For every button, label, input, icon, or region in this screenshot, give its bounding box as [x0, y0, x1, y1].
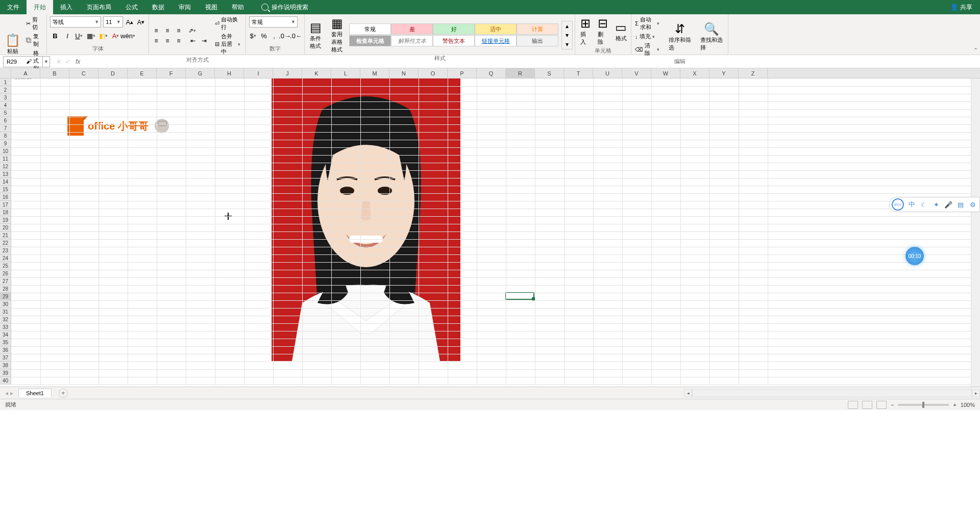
col-header-T[interactable]: T [564, 68, 593, 78]
moon-icon[interactable]: ☾ [919, 200, 928, 209]
collapse-ribbon-button[interactable]: ⌃ [973, 47, 978, 54]
scroll-track[interactable] [692, 389, 972, 397]
style-cell[interactable]: 链接单元格 [475, 35, 517, 46]
zoom-level[interactable]: 100% [961, 402, 975, 408]
col-header-I[interactable]: I [244, 68, 273, 78]
bold-button[interactable]: B [50, 31, 60, 41]
cancel-formula-icon[interactable]: ✕ [56, 58, 61, 65]
row-header-37[interactable]: 37 [0, 354, 11, 362]
row-header-38[interactable]: 38 [0, 362, 11, 369]
col-header-C[interactable]: C [69, 68, 99, 78]
col-header-D[interactable]: D [99, 68, 128, 78]
col-header-H[interactable]: H [215, 68, 244, 78]
share-button[interactable]: 👤 共享 [950, 3, 972, 12]
gallery-up-button[interactable]: ▴ [562, 21, 572, 31]
format-cells-button[interactable]: ▭格式 [612, 19, 630, 43]
phonetic-button[interactable]: wén▾ [124, 31, 134, 41]
align-middle-button[interactable]: ≡ [162, 26, 173, 35]
decrease-decimal-button[interactable]: .0← [291, 31, 301, 41]
row-header-30[interactable]: 30 [0, 300, 11, 308]
tab-insert[interactable]: 插入 [53, 0, 80, 14]
comma-button[interactable]: , [270, 31, 279, 41]
percent-button[interactable]: % [259, 31, 268, 41]
fx-icon[interactable]: fx [76, 58, 80, 65]
tab-review[interactable]: 审阅 [172, 0, 198, 14]
col-header-S[interactable]: S [535, 68, 564, 78]
row-header-4[interactable]: 4 [0, 101, 11, 109]
style-cell[interactable]: 检查单元格 [349, 35, 391, 46]
cut-button[interactable]: ✂剪切 [24, 15, 44, 32]
select-all-corner[interactable] [0, 68, 11, 78]
tab-home[interactable]: 开始 [27, 0, 53, 14]
cells-area[interactable]: office 小哥哥 [11, 79, 980, 384]
row-header-15[interactable]: 15 [0, 186, 11, 193]
col-header-M[interactable]: M [360, 68, 389, 78]
row-header-18[interactable]: 18 [0, 209, 11, 216]
number-format-select[interactable]: 常规▼ [249, 16, 298, 28]
col-header-N[interactable]: N [389, 68, 419, 78]
style-cell[interactable]: 计算 [517, 23, 558, 35]
table-format-button[interactable]: ▦ 套用 表格格式 [328, 15, 347, 55]
row-header-11[interactable]: 11 [0, 155, 11, 163]
page-break-view-button[interactable] [876, 401, 887, 409]
col-header-L[interactable]: L [331, 68, 360, 78]
row-header-21[interactable]: 21 [0, 232, 11, 239]
style-cell[interactable]: 差 [391, 23, 433, 35]
row-header-20[interactable]: 20 [0, 224, 11, 232]
horizontal-scroll[interactable]: ◂ ▸ [684, 389, 980, 398]
col-header-O[interactable]: O [419, 68, 448, 78]
row-header-12[interactable]: 12 [0, 163, 11, 170]
row-header-8[interactable]: 8 [0, 132, 11, 140]
italic-button[interactable]: I [62, 31, 72, 41]
embedded-photo[interactable] [272, 79, 460, 361]
autosum-button[interactable]: Σ自动求和▾ [633, 15, 663, 32]
selected-cell[interactable] [505, 292, 534, 300]
row-header-2[interactable]: 2 [0, 86, 11, 94]
row-header-5[interactable]: 5 [0, 109, 11, 117]
tab-page-layout[interactable]: 页面布局 [80, 0, 118, 14]
col-header-A[interactable]: A [11, 68, 40, 78]
style-cell[interactable]: 输出 [517, 35, 558, 46]
row-header-33[interactable]: 33 [0, 323, 11, 331]
col-header-Q[interactable]: Q [477, 68, 506, 78]
font-name-select[interactable]: 等线▼ [50, 16, 101, 28]
row-header-31[interactable]: 31 [0, 308, 11, 316]
row-header-9[interactable]: 9 [0, 140, 11, 147]
col-header-P[interactable]: P [448, 68, 477, 78]
sheet-nav[interactable]: ◂▸ [0, 390, 18, 397]
gallery-more-button[interactable]: ▾ [562, 40, 572, 49]
col-header-U[interactable]: U [593, 68, 622, 78]
cell-styles-gallery[interactable]: 常规检查单元格差解释性文本好警告文本适中链接单元格计算输出 [349, 23, 558, 46]
row-header-40[interactable]: 40 [0, 377, 11, 384]
recording-timer[interactable]: 00:10 [905, 247, 924, 265]
font-size-select[interactable]: 11▼ [103, 16, 123, 28]
row-header-10[interactable]: 10 [0, 147, 11, 155]
wrap-text-button[interactable]: ⏎自动换行 [213, 15, 243, 32]
scroll-left-button[interactable]: ◂ [684, 389, 692, 397]
add-sheet-button[interactable]: + [59, 389, 68, 398]
col-header-Y[interactable]: Y [709, 68, 739, 78]
font-color-button[interactable]: A▾ [111, 31, 121, 41]
merge-center-button[interactable]: ⊟合并后居中▾ [213, 32, 243, 56]
col-header-F[interactable]: F [157, 68, 186, 78]
align-right-button[interactable]: ≡ [174, 36, 184, 45]
ime-lang-button[interactable]: 中 [907, 200, 916, 209]
row-header-1[interactable]: 1 [0, 79, 11, 86]
vertical-scrollbar[interactable] [971, 79, 980, 387]
sheet-tab-active[interactable]: Sheet1 [18, 389, 52, 397]
row-header-36[interactable]: 36 [0, 346, 11, 354]
col-header-K[interactable]: K [302, 68, 331, 78]
row-header-27[interactable]: 27 [0, 277, 11, 285]
row-header-25[interactable]: 25 [0, 262, 11, 270]
ifly-icon[interactable]: iFLY [892, 198, 904, 211]
sparkle-icon[interactable]: ✦ [932, 200, 941, 209]
tab-formulas[interactable]: 公式 [118, 0, 145, 14]
decrease-indent-button[interactable]: ⇤ [188, 36, 198, 45]
col-header-E[interactable]: E [128, 68, 157, 78]
zoom-out-button[interactable]: − [891, 402, 894, 408]
scroll-right-button[interactable]: ▸ [972, 389, 980, 397]
row-header-26[interactable]: 26 [0, 270, 11, 277]
row-header-14[interactable]: 14 [0, 178, 11, 186]
row-header-22[interactable]: 22 [0, 239, 11, 247]
gallery-down-button[interactable]: ▾ [562, 31, 572, 40]
